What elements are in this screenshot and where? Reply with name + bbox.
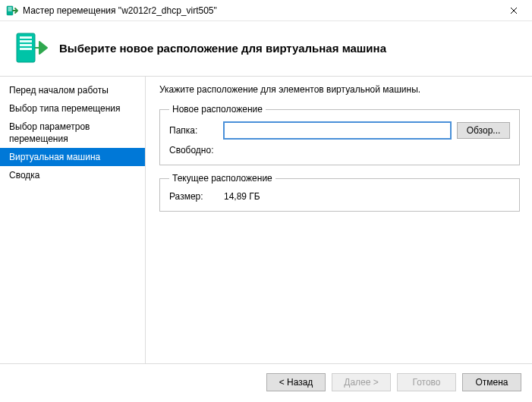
server-move-icon <box>14 30 49 65</box>
window-title: Мастер перемещения "w2012r2_dhcp_virt505… <box>23 5 499 16</box>
folder-label: Папка: <box>169 125 224 136</box>
svg-rect-8 <box>20 48 32 50</box>
current-location-group: Текущее расположение Размер: 14,89 ГБ <box>159 173 520 212</box>
app-icon <box>6 5 18 17</box>
step-before-you-begin[interactable]: Перед началом работы <box>0 81 145 99</box>
step-choose-move-options[interactable]: Выбор параметров перемещения <box>0 118 145 148</box>
close-button[interactable] <box>499 0 529 21</box>
step-choose-move-type[interactable]: Выбор типа перемещения <box>0 99 145 118</box>
back-button[interactable]: < Назад <box>266 373 326 391</box>
wizard-steps-sidebar: Перед началом работы Выбор типа перемеще… <box>0 77 146 363</box>
new-location-legend: Новое расположение <box>169 104 266 115</box>
page-title: Выберите новое расположение для виртуаль… <box>59 42 386 55</box>
svg-rect-5 <box>20 36 32 39</box>
svg-rect-1 <box>8 7 12 8</box>
free-space-label: Свободно: <box>169 145 224 155</box>
svg-rect-6 <box>20 40 32 42</box>
svg-rect-2 <box>8 8 12 9</box>
wizard-body: Перед началом работы Выбор типа перемеще… <box>0 77 532 363</box>
wizard-footer: < Назад Далее > Готово Отмена <box>0 363 532 402</box>
current-location-legend: Текущее расположение <box>169 173 275 184</box>
browse-button[interactable]: Обзор... <box>457 122 510 139</box>
wizard-header: Выберите новое расположение для виртуаль… <box>0 21 532 77</box>
wizard-window: Мастер перемещения "w2012r2_dhcp_virt505… <box>0 0 532 402</box>
step-virtual-machine[interactable]: Виртуальная машина <box>0 148 145 166</box>
instruction-text: Укажите расположение для элементов вирту… <box>159 84 520 95</box>
next-button[interactable]: Далее > <box>332 373 391 391</box>
step-summary[interactable]: Сводка <box>0 166 145 184</box>
titlebar: Мастер перемещения "w2012r2_dhcp_virt505… <box>0 0 532 21</box>
finish-button[interactable]: Готово <box>397 373 456 391</box>
folder-input[interactable] <box>224 122 451 139</box>
size-label: Размер: <box>169 191 224 202</box>
wizard-content: Укажите расположение для элементов вирту… <box>146 77 532 363</box>
size-value: 14,89 ГБ <box>224 191 260 202</box>
cancel-button[interactable]: Отмена <box>462 373 521 391</box>
svg-rect-3 <box>8 10 12 11</box>
svg-rect-7 <box>20 44 32 46</box>
new-location-group: Новое расположение Папка: Обзор... Свобо… <box>159 104 520 165</box>
